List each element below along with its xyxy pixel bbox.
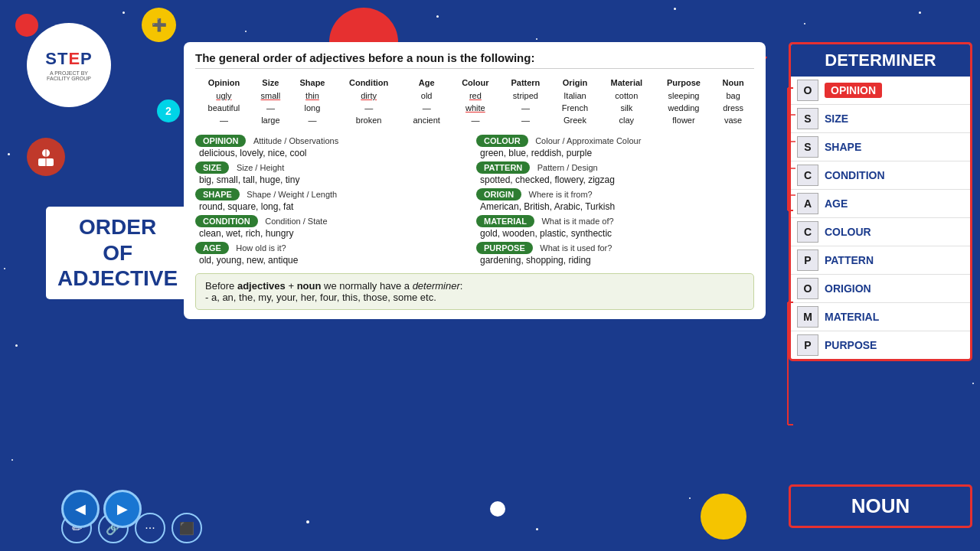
category-shape: SHAPE Shape / Weight / Length round, squ…	[195, 187, 473, 212]
cell: —	[501, 103, 550, 113]
toolbar-next-button[interactable]: ▶	[103, 490, 142, 528]
col-purpose: Purpose	[655, 77, 712, 89]
institution-logo	[27, 138, 65, 176]
note-italic-determiner: determiner	[413, 280, 460, 292]
note-line2: - a, an, the, my, your, her, four, this,…	[205, 292, 436, 303]
rp-word-colour: COLOUR	[825, 226, 871, 238]
category-examples-shape: round, square, long, fat	[195, 201, 473, 212]
circle-yellow-bottom	[701, 494, 746, 540]
note-text1: Before	[205, 280, 237, 292]
rp-word-material: MATERIAL	[825, 311, 879, 323]
col-pattern: Pattern	[501, 77, 550, 89]
rp-letter-p2: P	[797, 334, 818, 356]
adjective-order-table: Opinion Size Shape Condition Age Colour …	[195, 75, 754, 127]
note-text3: we normally have a	[321, 280, 412, 292]
title-line1: ORDER	[57, 214, 178, 240]
circle-red-small	[15, 14, 38, 37]
categories-left: OPINION Attitude / Observations deliciou…	[195, 133, 473, 267]
cell: —	[253, 103, 289, 113]
cell: broken	[336, 115, 401, 126]
cell noun-box: vase	[714, 115, 753, 126]
rp-letter-c2: C	[797, 221, 818, 243]
category-label-opinion: OPINION	[195, 135, 246, 147]
rp-letter-o: O	[797, 80, 818, 101]
rp-word-condition: CONDITION	[825, 169, 885, 181]
category-label-age: AGE	[195, 242, 229, 254]
table-row: — large — broken ancient — — Greek clay …	[197, 115, 753, 126]
category-label-shape: SHAPE	[195, 188, 240, 201]
back-icon: ◀	[75, 500, 86, 517]
category-examples-pattern: spotted, checked, flowery, zigzag	[476, 174, 754, 185]
rp-word-age: AGE	[825, 197, 848, 210]
table-row: beautiful — long — — white — French silk…	[197, 103, 753, 113]
rp-item-opinion: O OPINION	[791, 77, 970, 105]
col-condition: Condition	[336, 77, 401, 89]
table-row: ugly small thin dirty old red striped It…	[197, 90, 753, 101]
category-desc-colour: Colour / Approximate Colour	[535, 136, 641, 145]
category-opinion: OPINION Attitude / Observations deliciou…	[195, 133, 473, 158]
category-label-purpose: PURPOSE	[476, 242, 533, 254]
cell: large	[253, 115, 289, 126]
note-text2: +	[286, 280, 297, 292]
rp-word-shape: SHAPE	[825, 141, 861, 153]
cell: white	[452, 103, 499, 113]
cell: —	[197, 115, 251, 126]
category-desc-condition: Condition / State	[265, 217, 327, 226]
rp-item-size: S SIZE	[791, 105, 970, 133]
col-shape: Shape	[290, 77, 335, 89]
category-desc-age: How old is it?	[236, 243, 286, 253]
cell: Italian	[552, 90, 598, 101]
category-label-size: SIZE	[195, 161, 229, 174]
category-examples-size: big, small, tall, huge, tiny	[195, 174, 473, 185]
cell: long	[290, 103, 335, 113]
cell: beautiful	[197, 103, 251, 113]
category-examples-origin: American, British, Arabic, Turkish	[476, 201, 754, 212]
category-examples-condition: clean, wet, rich, hungry	[195, 228, 473, 239]
category-examples-opinion: delicious, lovely, nice, cool	[195, 148, 473, 158]
category-desc-shape: Shape / Weight / Length	[247, 190, 337, 199]
category-pattern: PATTERN Pattern / Design spotted, checke…	[476, 160, 754, 185]
rp-item-pattern: P PATTERN	[791, 246, 970, 275]
categories-right: COLOUR Colour / Approximate Colour green…	[476, 133, 754, 267]
col-opinion: Opinion	[197, 77, 251, 89]
category-material: MATERIAL What is it made of? gold, woode…	[476, 214, 754, 239]
category-desc-purpose: What is it used for?	[540, 243, 612, 253]
category-examples-age: old, young, new, antique	[195, 255, 473, 266]
step-logo-circle: STEP A PROJECT BYFACILITY GROUP	[27, 23, 111, 107]
cell: Greek	[552, 115, 598, 126]
toolbar-screen-button[interactable]: ⬛	[172, 513, 202, 543]
col-size: Size	[253, 77, 289, 89]
cell: sleeping	[655, 90, 712, 101]
cell: —	[290, 115, 335, 126]
category-label-colour: COLOUR	[476, 135, 528, 147]
right-panel-determiner: DETERMINER O OPINION S SIZE S SHAPE C CO…	[789, 42, 972, 361]
cell: flower	[655, 115, 712, 126]
cell: —	[501, 115, 550, 126]
category-age: AGE How old is it? old, young, new, anti…	[195, 240, 473, 266]
category-colour: COLOUR Colour / Approximate Colour green…	[476, 133, 754, 158]
rp-letter-c1: C	[797, 165, 818, 186]
rp-letter-s2: S	[797, 136, 818, 158]
note-bold-adjectives: adjectives	[237, 280, 286, 292]
bottom-determiner-note: Before adjectives + noun we normally hav…	[195, 273, 754, 310]
cell: silk	[599, 103, 654, 113]
title-line3: ADJECTIVE	[57, 266, 178, 292]
rp-letter-a: A	[797, 193, 818, 214]
category-desc-material: What is it made of?	[541, 217, 613, 226]
cell: ancient	[403, 115, 450, 126]
cell: dirty	[336, 90, 401, 101]
rp-item-age: A AGE	[791, 190, 970, 218]
category-examples-material: gold, wooden, plastic, synthectic	[476, 228, 754, 239]
rp-letter-o2: O	[797, 278, 818, 299]
cell: cotton	[599, 90, 654, 101]
right-panel-header: DETERMINER	[791, 44, 970, 77]
medical-icon: ➕	[152, 18, 167, 32]
cell: —	[403, 103, 450, 113]
category-origin: ORIGIN Where is it from? American, Briti…	[476, 187, 754, 212]
cell: wedding	[655, 103, 712, 113]
cell: thin	[290, 90, 335, 101]
category-label-origin: ORIGIN	[476, 188, 521, 201]
category-condition: CONDITION Condition / State clean, wet, …	[195, 214, 473, 239]
cell: old	[403, 90, 450, 101]
toolbar-back-button[interactable]: ◀	[61, 490, 100, 528]
